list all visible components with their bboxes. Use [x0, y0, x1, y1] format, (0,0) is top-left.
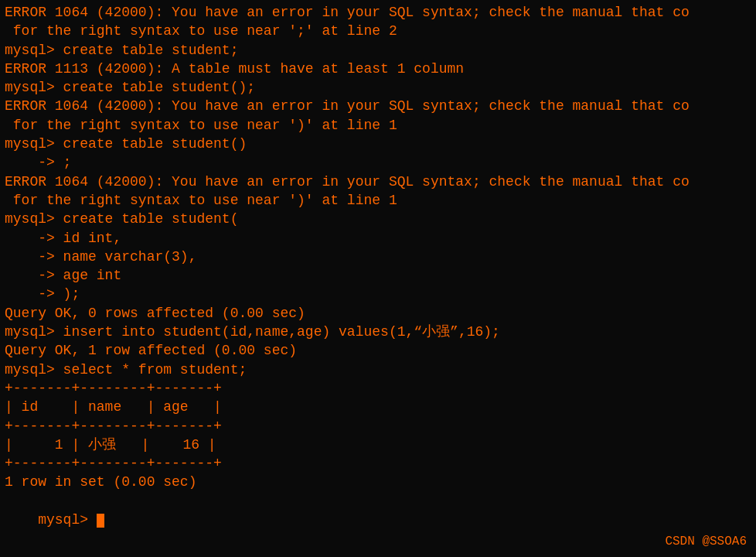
terminal-line: -> ;	[5, 153, 751, 172]
terminal-line: mysql> select * from student;	[5, 361, 751, 379]
terminal-line: for the right syntax to use near ')' at …	[5, 191, 751, 210]
terminal-line: ERROR 1064 (42000): You have an error in…	[5, 97, 751, 115]
terminal-line: | 1 | 小强 | 16 |	[5, 436, 751, 454]
terminal-line: -> );	[5, 285, 751, 303]
terminal-line: ERROR 1113 (42000): A table must have at…	[5, 60, 751, 78]
prompt-text: mysql>	[38, 512, 97, 528]
terminal-line: mysql> create table student;	[5, 41, 751, 60]
terminal-line: for the right syntax to use near ')' at …	[5, 116, 751, 135]
terminal-line: for the right syntax to use near ';' at …	[5, 22, 751, 40]
terminal-line: mysql> create table student();	[5, 78, 751, 97]
branding-label: CSDN @SSOA6	[665, 534, 747, 551]
terminal-line: mysql> create table student()	[5, 135, 751, 153]
terminal-line: | id | name | age |	[5, 398, 751, 416]
terminal-line: ERROR 1064 (42000): You have an error in…	[5, 3, 751, 22]
terminal-line: +-------+--------+-------+	[5, 454, 751, 473]
terminal-line: ERROR 1064 (42000): You have an error in…	[5, 173, 751, 191]
terminal-line: -> age int	[5, 266, 751, 285]
terminal-line: +-------+--------+-------+	[5, 379, 751, 398]
current-prompt-line: mysql>	[5, 492, 751, 548]
terminal-line: mysql> insert into student(id,name,age) …	[5, 323, 751, 341]
terminal-window: ERROR 1064 (42000): You have an error in…	[0, 0, 756, 557]
terminal-line: Query OK, 1 row affected (0.00 sec)	[5, 341, 751, 360]
terminal-line: mysql> create table student(	[5, 210, 751, 228]
cursor	[97, 514, 104, 528]
terminal-content: ERROR 1064 (42000): You have an error in…	[5, 3, 751, 492]
terminal-line: Query OK, 0 rows affected (0.00 sec)	[5, 304, 751, 323]
terminal-line: -> id int,	[5, 229, 751, 248]
terminal-line: -> name varchar(3),	[5, 248, 751, 266]
terminal-line: +-------+--------+-------+	[5, 417, 751, 436]
terminal-line: 1 row in set (0.00 sec)	[5, 473, 751, 491]
